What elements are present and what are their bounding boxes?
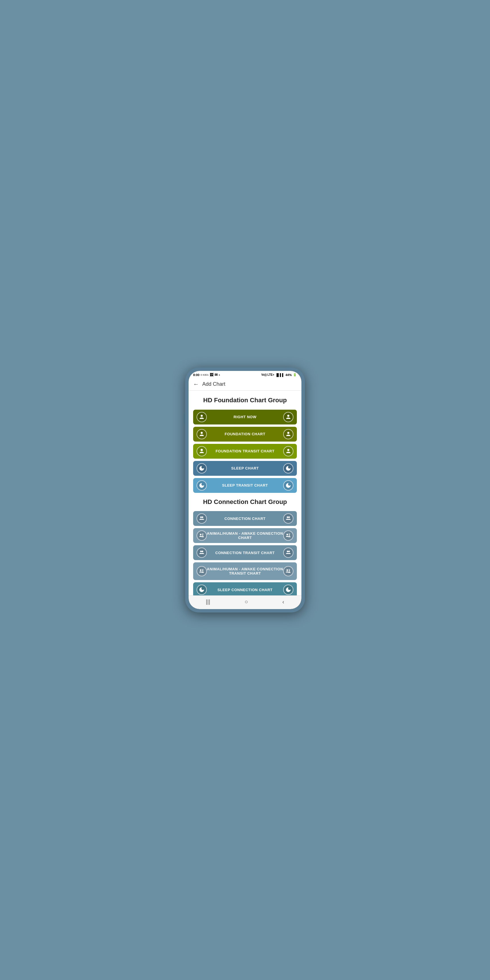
phone-frame: 8:00 0 KB/s 🖼 ✉ • Vo)) LTE+ ▐▌▌▌ 44% 🔋 ←… xyxy=(185,368,305,612)
right-now-icon-left xyxy=(197,412,207,422)
connection-chart-button[interactable]: CONNECTION CHART xyxy=(193,511,297,526)
content-scroll: HD Foundation Chart Group RIGHT NOW xyxy=(189,391,301,595)
sleep-connection-icon-left xyxy=(197,585,207,595)
network-speed: 0 KB/s xyxy=(200,374,208,376)
status-left: 8:00 0 KB/s 🖼 ✉ • xyxy=(193,372,220,377)
foundation-transit-icon-left: ✦ xyxy=(197,446,207,457)
connection-chart-label: CONNECTION CHART xyxy=(207,517,283,521)
battery-icon: 🔋 xyxy=(293,373,297,377)
sleep-connection-icon-right xyxy=(283,585,293,595)
foundation-chart-label: FOUNDATION CHART xyxy=(207,432,283,436)
animal-awake-icon-right xyxy=(283,530,293,541)
animal-awake-transit-icon-right xyxy=(283,566,293,576)
connection-transit-label: CONNECTION TRANSIT CHART xyxy=(207,551,283,555)
foundation-chart-icon-left xyxy=(197,429,207,439)
right-now-button[interactable]: RIGHT NOW xyxy=(193,410,297,425)
svg-point-20 xyxy=(286,570,288,571)
svg-point-0 xyxy=(200,415,202,417)
connection-transit-icon-left xyxy=(197,547,207,558)
phone-screen: 8:00 0 KB/s 🖼 ✉ • Vo)) LTE+ ▐▌▌▌ 44% 🔋 ←… xyxy=(189,371,301,609)
right-now-icon-right xyxy=(283,412,293,422)
animal-awake-transit-icon-left xyxy=(197,566,207,576)
sleep-chart-icon-left xyxy=(197,463,207,474)
time: 8:00 xyxy=(193,373,199,377)
sleep-chart-icon-right xyxy=(283,463,293,474)
svg-point-12 xyxy=(288,517,290,518)
app-title: Add Chart xyxy=(202,381,225,387)
animal-awake-label: ANIMAL/HUMAN - AWAKE CONNECTION CHART xyxy=(207,531,283,540)
connection-transit-button[interactable]: CONNECTION TRANSIT CHART xyxy=(193,545,297,560)
svg-point-9 xyxy=(200,517,202,518)
foundation-transit-chart-button[interactable]: ✦ FOUNDATION TRANSIT CHART ✦ xyxy=(193,444,297,459)
app-bar: ← Add Chart xyxy=(189,378,301,391)
animal-awake-connection-button[interactable]: ANIMAL/HUMAN - AWAKE CONNECTION CHART xyxy=(193,528,297,543)
sleep-connection-button[interactable]: SLEEP CONNECTION CHART xyxy=(193,582,297,595)
svg-point-13 xyxy=(200,534,202,536)
connection-icon-right xyxy=(283,513,293,523)
svg-point-3 xyxy=(287,431,289,434)
svg-point-18 xyxy=(288,551,290,552)
svg-point-15 xyxy=(200,551,202,552)
sleep-transit-icon-left xyxy=(197,480,207,490)
dot-icon: • xyxy=(219,373,220,377)
sleep-transit-button[interactable]: SLEEP TRANSIT CHART xyxy=(193,478,297,493)
screenshot-icon: 🖼 xyxy=(210,372,213,377)
svg-text:✦: ✦ xyxy=(288,449,289,451)
battery: 44% xyxy=(285,373,292,377)
nav-recent-button[interactable]: ||| xyxy=(206,598,210,605)
svg-point-16 xyxy=(202,551,204,552)
svg-point-1 xyxy=(287,415,289,417)
svg-point-19 xyxy=(200,570,202,571)
svg-point-14 xyxy=(286,534,288,536)
foundation-transit-label: FOUNDATION TRANSIT CHART xyxy=(207,449,283,453)
svg-point-11 xyxy=(287,517,289,518)
status-right: Vo)) LTE+ ▐▌▌▌ 44% 🔋 xyxy=(261,373,297,377)
foundation-chart-button[interactable]: FOUNDATION CHART xyxy=(193,427,297,442)
sleep-connection-label: SLEEP CONNECTION CHART xyxy=(207,588,283,592)
sleep-chart-label: SLEEP CHART xyxy=(207,466,283,470)
right-now-label: RIGHT NOW xyxy=(207,415,283,419)
back-button[interactable]: ← xyxy=(193,381,199,387)
connection-transit-icon-right xyxy=(283,547,293,558)
svg-point-2 xyxy=(200,431,202,434)
animal-awake-transit-label: ANIMAL/HUMAN - AWAKE CONNECTION TRANSIT … xyxy=(207,567,283,576)
sleep-chart-button[interactable]: SLEEP CHART xyxy=(193,461,297,476)
foundation-group-title: HD Foundation Chart Group xyxy=(193,396,297,404)
svg-point-10 xyxy=(202,517,204,518)
nav-home-button[interactable]: ○ xyxy=(245,598,248,605)
animal-awake-icon-left xyxy=(197,530,207,541)
svg-text:✦: ✦ xyxy=(201,449,202,451)
connection-group-title: HD Connection Chart Group xyxy=(193,498,297,506)
status-bar: 8:00 0 KB/s 🖼 ✉ • Vo)) LTE+ ▐▌▌▌ 44% 🔋 xyxy=(189,371,301,378)
connection-icon-left xyxy=(197,513,207,523)
carrier: Vo)) LTE+ xyxy=(261,373,274,376)
animal-awake-transit-button[interactable]: ANIMAL/HUMAN - AWAKE CONNECTION TRANSIT … xyxy=(193,562,297,580)
sleep-transit-label: SLEEP TRANSIT CHART xyxy=(207,483,283,487)
signal-bars: ▐▌▌▌ xyxy=(275,373,284,377)
message-icon: ✉ xyxy=(215,372,218,377)
svg-point-17 xyxy=(287,551,289,552)
foundation-transit-icon-right: ✦ xyxy=(283,446,293,457)
sleep-transit-icon-right xyxy=(283,480,293,490)
nav-bar: ||| ○ ‹ xyxy=(189,595,301,609)
foundation-chart-icon-right xyxy=(283,429,293,439)
nav-back-button[interactable]: ‹ xyxy=(282,598,284,605)
